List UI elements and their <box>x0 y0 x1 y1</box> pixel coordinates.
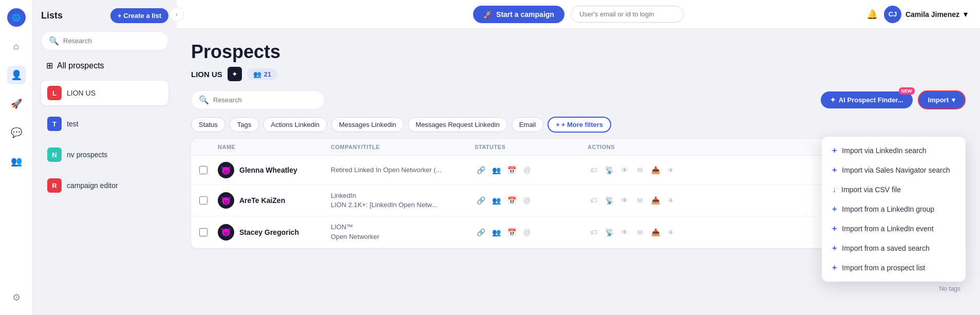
main-content: ‹ 🚀 Start a campaign 🔔 CJ Camila Jimenez… <box>177 0 980 315</box>
plus-icon: + <box>832 224 837 233</box>
sidebar-search-box[interactable]: 🔍 <box>41 31 168 50</box>
sidebar-collapse-toggle[interactable]: ‹ <box>169 7 184 22</box>
inbox-icon[interactable]: 📥 <box>649 226 662 238</box>
at-icon[interactable]: @ <box>521 164 533 176</box>
email-login-input[interactable] <box>571 6 684 23</box>
bell-icon[interactable]: 🔔 <box>866 9 878 20</box>
all-prospects-item[interactable]: ⊞ All prospects <box>41 57 168 75</box>
filter-actions-linkedin[interactable]: Actions Linkedin <box>263 117 327 132</box>
prospect-avatar-1: 😈 <box>218 162 234 178</box>
more-filters-button[interactable]: + + More filters <box>548 117 611 133</box>
tag-icon[interactable]: 🏷 <box>588 194 600 207</box>
nav-chat-icon[interactable]: 💬 <box>7 123 26 142</box>
import-button[interactable]: Import ▾ <box>918 90 966 109</box>
ai-prospect-finder-button[interactable]: NEW ✦ AI Prospect Finder... <box>821 91 913 108</box>
rss-icon[interactable]: 📡 <box>603 226 615 238</box>
sidebar-item-test[interactable]: T test <box>41 112 168 136</box>
statutes-icons-2: 🔗 👥 📅 @ <box>475 194 588 207</box>
grid-icon: ⊞ <box>46 61 53 70</box>
filter-tags[interactable]: Tags <box>230 117 259 132</box>
link-icon[interactable]: 🔗 <box>475 164 487 176</box>
list-avatar-test: T <box>47 117 62 131</box>
sidebar-item-lion-us[interactable]: L LION US <box>41 81 168 105</box>
calendar-icon[interactable]: 📅 <box>505 226 518 238</box>
avatar: CJ <box>884 6 901 23</box>
filter-status[interactable]: Status <box>191 117 225 132</box>
sparkle-icon: ✦ <box>830 96 836 104</box>
tag-icon[interactable]: 🏷 <box>588 164 600 176</box>
actions-icons-2: 🏷 📡 👁 ✉ 📥 ✈ <box>588 194 690 207</box>
import-via-sales-navigator[interactable]: + Import via Sales Navigator search <box>822 160 966 180</box>
plus-icon: + <box>832 205 837 214</box>
people-icon[interactable]: 👥 <box>490 226 502 238</box>
content-search-box[interactable]: 🔍 <box>191 90 325 109</box>
company-title-1: Retired Linked In Open Networker (... <box>331 165 475 175</box>
row-checkbox-1[interactable] <box>199 166 208 174</box>
row-checkbox-2[interactable] <box>199 196 208 205</box>
nav-settings-icon[interactable]: ⚙ <box>7 288 26 307</box>
create-list-button[interactable]: + Create a list <box>110 8 168 23</box>
at-icon[interactable]: @ <box>521 226 533 238</box>
link-icon[interactable]: 🔗 <box>475 226 487 238</box>
calendar-icon[interactable]: 📅 <box>505 164 518 176</box>
eye-icon[interactable]: 👁 <box>618 226 631 238</box>
people-icon: 👥 <box>253 70 261 78</box>
nav-people-icon[interactable]: 👤 <box>7 66 26 84</box>
count-value: 21 <box>264 70 271 78</box>
plus-icon: + <box>832 165 837 175</box>
company-title-2: LinkedInLION 2.1K+: [LinkedIn Open Netw.… <box>331 191 475 210</box>
prospect-info-2: 😈 AreTe KaiZen <box>218 192 331 209</box>
nav-team-icon[interactable]: 👥 <box>7 152 26 171</box>
inbox-icon[interactable]: 📥 <box>649 164 662 176</box>
people-icon[interactable]: 👥 <box>490 194 502 207</box>
import-via-csv[interactable]: ↓ Import via CSV file <box>822 180 966 199</box>
import-saved-search[interactable]: + Import from a saved search <box>822 238 966 258</box>
sidebar-search-input[interactable] <box>63 37 161 45</box>
th-name: NAME <box>218 144 331 150</box>
people-icon[interactable]: 👥 <box>490 164 502 176</box>
tag-icon[interactable]: 🏷 <box>588 226 600 238</box>
mail-icon[interactable]: ✉ <box>634 194 646 207</box>
toolbar-right: NEW ✦ AI Prospect Finder... Import ▾ <box>821 90 966 109</box>
rss-icon[interactable]: 📡 <box>603 164 615 176</box>
send-icon[interactable]: ✈ <box>665 194 677 207</box>
sidebar-item-nv-prospects[interactable]: N nv prospects <box>41 142 168 167</box>
th-statutes: STATUTES <box>475 144 588 150</box>
mail-icon[interactable]: ✉ <box>634 226 646 238</box>
mail-icon[interactable]: ✉ <box>634 164 646 176</box>
chevron-down-icon: ▾ <box>952 96 955 104</box>
filter-messages-linkedin[interactable]: Messages Linkedin <box>331 117 404 132</box>
nav-rocket-icon[interactable]: 🚀 <box>7 95 26 113</box>
sidebar-item-campaign-editor[interactable]: R campaign editor <box>41 173 168 198</box>
filter-messages-request-linkedin[interactable]: Messages Request Linkedin <box>408 117 507 132</box>
eye-icon[interactable]: 👁 <box>618 194 631 207</box>
import-via-linkedin-search[interactable]: + Import via LinkedIn search <box>822 141 966 160</box>
statutes-icons-1: 🔗 👥 📅 @ <box>475 164 588 176</box>
eye-icon[interactable]: 👁 <box>618 164 631 176</box>
inbox-icon[interactable]: 📥 <box>649 194 662 207</box>
all-prospects-label: All prospects <box>57 61 104 70</box>
prospect-avatar-3: 😈 <box>218 224 234 240</box>
nav-home-icon[interactable]: ⌂ <box>7 37 26 55</box>
th-actions: ACTIONS <box>588 144 690 150</box>
filter-email[interactable]: Email <box>512 117 544 132</box>
at-icon[interactable]: @ <box>521 194 533 207</box>
plus-icon: + <box>832 146 837 155</box>
link-icon[interactable]: 🔗 <box>475 194 487 207</box>
actions-icons-3: 🏷 📡 👁 ✉ 📥 ✈ <box>588 226 690 238</box>
content-search-input[interactable] <box>213 96 317 104</box>
prospect-info-3: 😈 Stacey Gregorich <box>218 224 331 240</box>
send-icon[interactable]: ✈ <box>665 226 677 238</box>
import-linkedin-group[interactable]: + Import from a LinkedIn group <box>822 199 966 219</box>
calendar-icon[interactable]: 📅 <box>505 194 518 207</box>
start-campaign-button[interactable]: 🚀 Start a campaign <box>473 6 564 23</box>
nav-logo[interactable]: 🌐 <box>7 8 26 27</box>
import-linkedin-event[interactable]: + Import from a LinkedIn event <box>822 219 966 238</box>
import-prospect-list[interactable]: + Import from a prospect list <box>822 258 966 277</box>
row-checkbox-3[interactable] <box>199 228 208 236</box>
no-tags-badge: No tags <box>934 283 966 294</box>
top-bar-right: 🔔 CJ Camila Jimenez ▾ <box>866 6 968 23</box>
user-profile[interactable]: CJ Camila Jimenez ▾ <box>884 6 968 23</box>
send-icon[interactable]: ✈ <box>665 164 677 176</box>
rss-icon[interactable]: 📡 <box>603 194 615 207</box>
